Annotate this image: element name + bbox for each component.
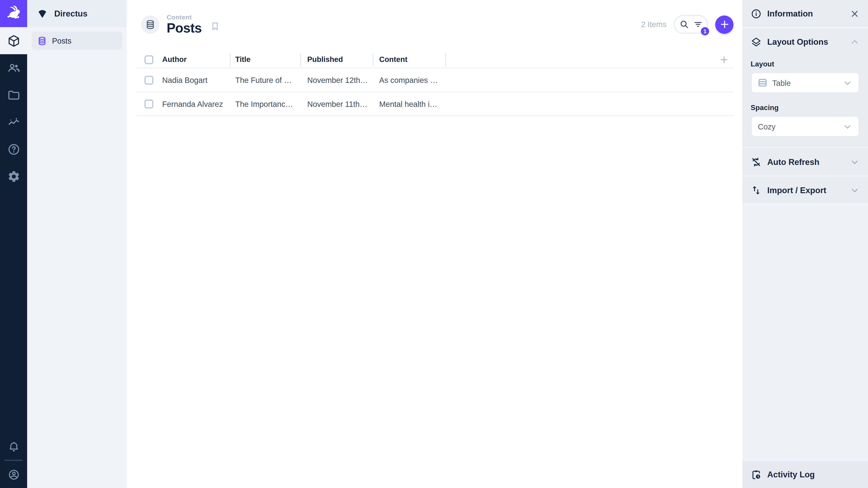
sidebar-section-import-export[interactable]: Import / Export [742,176,868,203]
cell-title: The Future of Re... [231,75,301,84]
clipboard-clock-icon [751,469,762,480]
section-label: Information [767,9,844,18]
cell-author: Fernanda Alvarez [162,99,231,108]
collection-database-icon [37,36,47,46]
section-label: Layout Options [767,37,844,46]
title-block: Content Posts [166,14,202,35]
table-row[interactable]: Nadia Bogart The Future of Re... Novembe… [135,69,734,92]
layout-field-label: Layout [751,60,860,68]
sidebar-empty-area [742,205,868,461]
directus-logo-button[interactable] [0,0,27,27]
page-title: Posts [166,22,202,35]
layers-icon [751,36,762,47]
account-button[interactable] [0,461,27,488]
layout-options-content: Layout Table Spacing Cozy [742,55,868,147]
sidebar-item-posts[interactable]: Posts [32,32,123,50]
items-table: Author Title Published Content Nadia Bog… [135,52,734,116]
content-cube-icon [7,34,20,47]
main-content: Content Posts 2 Items [127,0,742,488]
chevron-down-icon [842,78,852,88]
header-actions: 2 Items 1 [641,15,734,34]
table-rows-icon [758,78,767,88]
gear-icon [7,170,20,183]
users-icon [7,61,20,74]
sidebar-section-auto-refresh[interactable]: Auto Refresh [742,148,868,175]
swap-vertical-icon [751,185,762,196]
chevron-down-icon [850,157,860,167]
page-header: Content Posts 2 Items [127,0,742,49]
directus-rabbit-logo-icon [5,5,22,22]
spacing-field-label: Spacing [751,103,860,112]
module-settings[interactable] [0,163,27,190]
row-checkbox[interactable] [145,75,153,84]
items-count: 2 Items [641,20,666,29]
module-help[interactable] [0,135,27,163]
plus-icon [719,19,730,30]
table-row[interactable]: Fernanda Alvarez The Importance ... Nove… [135,92,734,116]
filter-count-badge: 1 [701,27,709,35]
column-header-author[interactable]: Author [162,53,231,66]
spacing-select[interactable]: Cozy [751,116,860,137]
cell-content: As companies e... [374,75,446,84]
user-circle-icon [7,468,20,481]
module-bar [0,0,27,488]
module-bar-spacer [0,190,27,433]
detail-sidebar: Information Layout Options [742,0,868,488]
activity-log-button[interactable]: Activity Log [742,461,868,488]
cell-title: The Importance ... [231,99,301,108]
search-icon [679,20,689,29]
column-header-published[interactable]: Published [301,53,374,66]
nav-sidebar: Directus Posts [27,0,127,488]
info-icon [751,8,762,19]
sync-disabled-icon [751,156,762,167]
column-header-content[interactable]: Content [374,53,446,66]
select-all-checkbox[interactable] [145,55,153,64]
activity-log-label: Activity Log [767,470,860,479]
sidebar-section-layout-options[interactable]: Layout Options [742,28,868,55]
add-item-button[interactable] [715,15,734,33]
cell-published: November 11th, ... [301,99,374,108]
project-wedge-icon [37,8,48,19]
chevron-down-icon [842,122,852,131]
close-icon[interactable] [850,8,860,19]
layout-select[interactable]: Table [751,72,860,94]
table-header-row: Author Title Published Content [135,52,734,68]
cell-content: Mental health is j... [374,99,446,108]
module-insights[interactable] [0,108,27,135]
add-column-button[interactable] [719,55,729,65]
module-content[interactable] [0,27,27,54]
module-users[interactable] [0,54,27,81]
help-icon [7,142,20,156]
header-checkbox-cell [135,55,162,64]
project-name: Directus [54,9,88,18]
layout-select-value: Table [772,78,837,87]
insights-trend-icon [7,116,20,129]
chevron-down-icon [850,185,860,195]
sidebar-section-information[interactable]: Information [742,0,868,27]
section-label: Import / Export [767,185,844,195]
module-files[interactable] [0,81,27,108]
row-checkbox-cell [135,75,162,84]
sidebar-item-label: Posts [52,36,71,45]
row-checkbox-cell [135,99,162,108]
search-filter-pill[interactable]: 1 [674,15,708,34]
project-header[interactable]: Directus [27,0,127,27]
breadcrumb: Content [166,14,202,20]
cell-author: Nadia Bogart [162,75,231,84]
cell-published: November 12th, ... [301,75,374,84]
bookmark-button[interactable] [210,18,221,31]
column-header-title[interactable]: Title [231,53,301,66]
chevron-up-icon [850,37,860,47]
filter-icon [693,20,703,29]
notifications-button[interactable] [0,433,27,460]
row-checkbox[interactable] [145,99,153,108]
section-label: Auto Refresh [767,157,844,167]
directus-app: Directus Posts [0,0,868,488]
spacing-select-value: Cozy [758,122,838,131]
folder-icon [7,88,20,102]
bookmark-icon [210,21,221,31]
bell-icon [7,440,20,452]
collection-icon-circle [141,15,159,33]
